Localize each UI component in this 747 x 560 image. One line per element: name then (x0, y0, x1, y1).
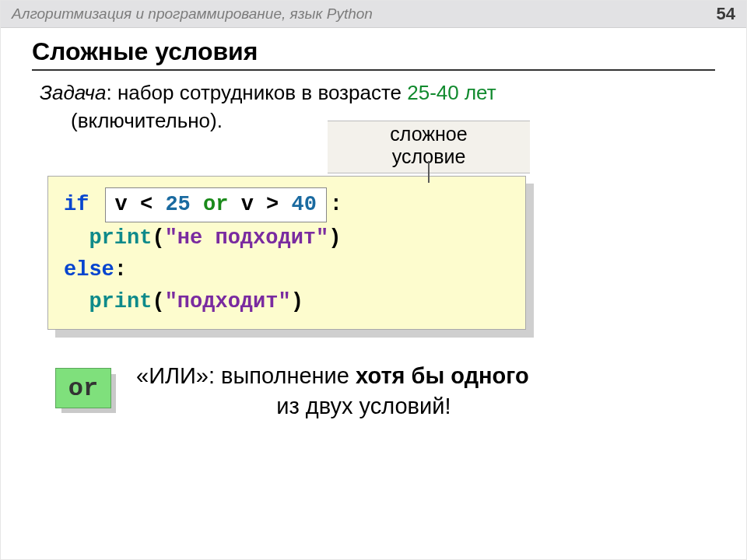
task-sep: : (106, 81, 117, 104)
var-v1: v (115, 193, 128, 216)
num-40: 40 (291, 193, 316, 216)
or-line1a: «ИЛИ»: выполнение (136, 363, 356, 388)
or-explanation: or «ИЛИ»: выполнение хотя бы одного из д… (55, 361, 715, 422)
page-number: 54 (717, 4, 735, 24)
task-part1: набор сотрудников в возрасте (117, 81, 407, 104)
colon2: : (114, 258, 127, 282)
op-lt: < (128, 193, 166, 216)
task-part2: (включительно). (71, 107, 223, 135)
condition-box: v < 25 or v > 40 (105, 187, 327, 222)
num-25: 25 (165, 193, 190, 216)
var-v2: v (241, 193, 254, 216)
str-1: "не подходит" (165, 226, 329, 250)
task-label: Задача (40, 81, 106, 104)
fn-print2: print (89, 290, 152, 313)
callout-line1: сложное (390, 123, 467, 145)
kw-or-inline: or (191, 193, 241, 216)
callout-label: сложное условие (328, 121, 530, 173)
or-line1b: хотя бы одного (356, 363, 529, 388)
code-block: if v < 25 or v > 40: print("не подходит"… (47, 176, 526, 330)
or-badge: or (55, 368, 111, 408)
colon1: : (330, 193, 342, 216)
str-2: "подходит" (165, 290, 291, 313)
slide-body: Задача: набор сотрудников в возрасте 25-… (40, 79, 715, 422)
code-box: if v < 25 or v > 40: print("не подходит"… (47, 176, 526, 330)
or-text: «ИЛИ»: выполнение хотя бы одного из двух… (136, 361, 529, 422)
or-badge-wrap: or (55, 368, 117, 415)
task-range: 25-40 лет (407, 81, 496, 104)
slide: Алгоритмизация и программирование, язык … (0, 0, 747, 560)
callout-line2: условие (392, 145, 466, 167)
fn-print1: print (89, 226, 152, 250)
slide-heading: Сложные условия (32, 37, 715, 71)
op-gt: > (254, 193, 292, 216)
kw-else: else (64, 258, 114, 282)
kw-if: if (64, 193, 89, 216)
topbar: Алгоритмизация и программирование, язык … (1, 1, 746, 28)
or-line2: из двух условий! (198, 391, 529, 422)
topbar-title: Алгоритмизация и программирование, язык … (12, 5, 373, 23)
